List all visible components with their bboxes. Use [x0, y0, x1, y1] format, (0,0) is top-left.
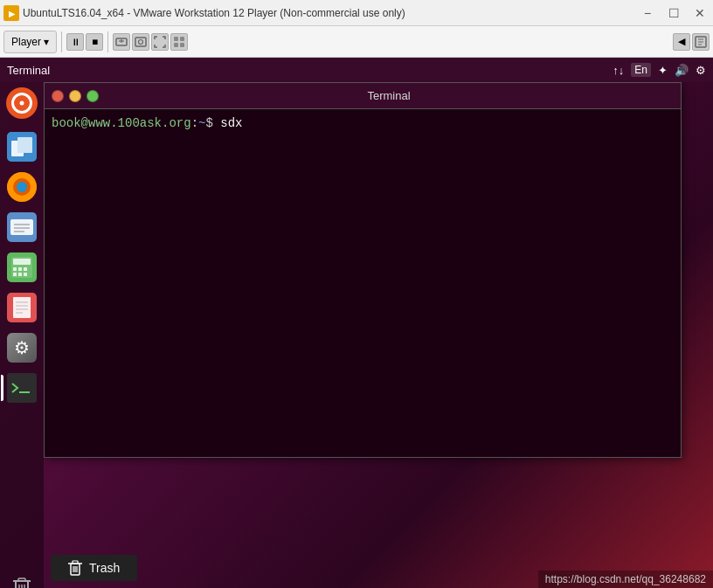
terminal-dollar: $	[205, 116, 220, 130]
trash-button-icon	[68, 560, 82, 576]
panel-volume-icon[interactable]: 🔊	[675, 64, 689, 77]
launcher-terminal[interactable]	[3, 369, 41, 407]
pause-button[interactable]: ⏸	[66, 33, 84, 51]
ubuntu-launcher: ⚙	[0, 82, 44, 588]
player-label: Player	[11, 36, 41, 48]
launcher-calculator[interactable]	[3, 248, 41, 287]
unity-mode-button[interactable]	[170, 33, 188, 51]
url-bar: https://blog.csdn.net/qq_36248682	[538, 571, 713, 588]
launcher-file-manager[interactable]	[3, 208, 41, 246]
svg-rect-37	[13, 297, 31, 318]
svg-rect-35	[24, 273, 27, 276]
player-menu-button[interactable]: Player ▾	[3, 31, 57, 53]
url-text: https://blog.csdn.net/qq_36248682	[545, 573, 706, 585]
calculator-icon	[7, 252, 37, 282]
svg-rect-33	[13, 273, 17, 276]
svg-rect-9	[174, 43, 178, 47]
svg-rect-5	[135, 38, 146, 46]
terminal-title: Terminal	[104, 89, 674, 102]
terminal-command: sdx	[220, 116, 242, 130]
panel-bluetooth-icon[interactable]: ✦	[658, 64, 668, 77]
file-manager-icon	[7, 212, 37, 242]
restore-button[interactable]: ☐	[661, 0, 687, 26]
svg-rect-34	[18, 273, 22, 276]
fullscreen-button[interactable]	[151, 33, 169, 51]
terminal-prompt: book@www.100ask.org:~$ sdx	[52, 116, 242, 130]
files-icon	[7, 132, 37, 162]
settings-icon: ⚙	[7, 333, 37, 363]
ubuntu-top-panel: Terminal ↑↓ En ✦ 🔊 ⚙	[0, 58, 713, 82]
panel-settings-icon[interactable]: ⚙	[696, 64, 706, 77]
svg-rect-42	[7, 373, 37, 403]
toolbar-right-controls: ◀	[673, 33, 710, 51]
launcher-firefox[interactable]	[3, 168, 41, 206]
svg-rect-30	[13, 267, 17, 271]
svg-rect-8	[180, 37, 184, 41]
vmware-titlebar: ▶ UbuntuLTS16.04_x64 - VMware Workstatio…	[0, 0, 713, 26]
launcher-ubuntu-logo[interactable]	[3, 84, 41, 122]
terminal-maximize-button[interactable]	[87, 90, 99, 102]
trash-button-label: Trash	[89, 561, 120, 575]
ubuntu-bottom-taskbar: Trash https://blog.csdn.net/qq_36248682	[44, 544, 713, 588]
vmware-title-text: UbuntuLTS16.04_x64 - VMware Workstation …	[23, 7, 634, 19]
svg-rect-7	[174, 37, 178, 41]
panel-keyboard-indicator[interactable]: En	[631, 63, 651, 77]
ubuntu-desktop: Terminal book@www.100ask.org:~$ sdx	[44, 82, 713, 588]
ubuntu-logo-icon	[6, 87, 38, 119]
send-ctrl-alt-del-button[interactable]	[113, 33, 130, 51]
svg-rect-29	[13, 259, 31, 265]
svg-rect-10	[180, 43, 184, 47]
terminal-icon	[7, 373, 37, 403]
toolbar-separator-2	[107, 31, 108, 52]
favorites-button[interactable]	[692, 33, 710, 51]
svg-point-21	[17, 182, 27, 192]
vm-content: Terminal ↑↓ En ✦ 🔊 ⚙	[0, 58, 713, 588]
launcher-files[interactable]	[3, 128, 41, 166]
launcher-trash[interactable]	[3, 567, 41, 588]
svg-rect-32	[24, 267, 27, 271]
panel-right: ↑↓ En ✦ 🔊 ⚙	[613, 63, 706, 77]
minimize-button[interactable]: −	[634, 0, 661, 26]
svg-text:▶: ▶	[9, 10, 16, 18]
close-button[interactable]: ✕	[687, 0, 713, 26]
svg-rect-46	[18, 578, 25, 581]
player-dropdown-icon: ▾	[44, 36, 49, 48]
terminal-user-host: book@www.100ask.org	[52, 116, 191, 130]
terminal-colon: :	[191, 116, 198, 130]
panel-terminal-label: Terminal	[7, 64, 50, 77]
trash-icon	[7, 571, 37, 588]
stop-button[interactable]: ⏹	[86, 33, 103, 51]
trash-taskbar-button[interactable]: Trash	[51, 555, 137, 581]
terminal-titlebar: Terminal	[45, 83, 681, 109]
doc-viewer-icon	[7, 293, 37, 322]
svg-rect-23	[10, 219, 33, 235]
terminal-body[interactable]: book@www.100ask.org:~$ sdx	[45, 109, 681, 457]
toolbar-separator-1	[61, 31, 62, 52]
firefox-icon	[7, 172, 37, 202]
svg-rect-18	[17, 137, 32, 153]
panel-left: Terminal	[7, 64, 50, 77]
launcher-settings[interactable]: ⚙	[3, 329, 41, 367]
terminal-close-button[interactable]	[52, 90, 64, 102]
panel-network-icon[interactable]: ↑↓	[613, 64, 624, 77]
window-controls: − ☐ ✕	[634, 0, 713, 26]
launcher-doc-viewer[interactable]	[3, 288, 41, 327]
svg-point-6	[139, 39, 143, 44]
vmware-icon: ▶	[3, 5, 19, 21]
screenshot-button[interactable]	[132, 33, 149, 51]
library-button[interactable]: ◀	[673, 33, 690, 51]
terminal-window[interactable]: Terminal book@www.100ask.org:~$ sdx	[44, 82, 682, 458]
svg-rect-31	[18, 267, 22, 271]
vmware-toolbar: Player ▾ ⏸ ⏹ ◀	[0, 26, 713, 58]
svg-rect-52	[73, 561, 78, 564]
terminal-minimize-button[interactable]	[69, 90, 81, 102]
